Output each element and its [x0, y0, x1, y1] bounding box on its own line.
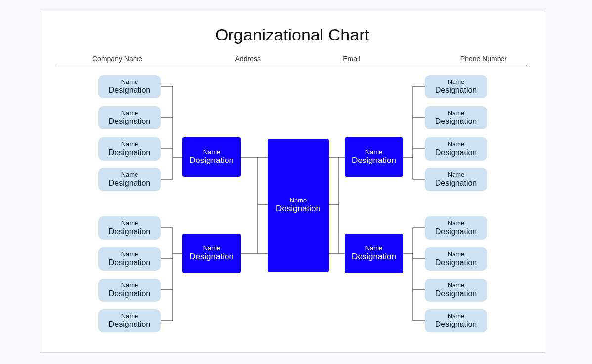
org-node-leaf: Name Designation	[98, 279, 161, 302]
node-name: Name	[448, 251, 465, 258]
org-node-leaf: Name Designation	[425, 168, 487, 191]
node-designation: Designation	[109, 117, 151, 126]
node-name: Name	[203, 245, 221, 252]
node-name: Name	[203, 149, 221, 156]
header-address: Address	[196, 55, 300, 63]
header-company: Company Name	[63, 55, 196, 63]
org-node-leaf: Name Designation	[425, 216, 487, 240]
org-node-branch: Name Designation	[182, 234, 241, 273]
org-node-leaf: Name Designation	[425, 309, 487, 332]
node-name: Name	[365, 149, 383, 156]
org-node-branch: Name Designation	[345, 137, 403, 177]
node-name: Name	[448, 171, 465, 178]
header-divider	[58, 64, 527, 64]
node-designation: Designation	[435, 85, 477, 95]
node-name: Name	[121, 110, 138, 117]
node-designation: Designation	[435, 148, 477, 157]
node-name: Name	[448, 110, 465, 117]
node-designation: Designation	[109, 227, 151, 236]
node-designation: Designation	[435, 320, 477, 329]
node-designation: Designation	[109, 289, 151, 298]
node-designation: Designation	[109, 178, 151, 188]
node-name: Name	[121, 313, 138, 320]
node-designation: Designation	[352, 252, 396, 262]
org-node-leaf: Name Designation	[425, 247, 487, 271]
page: Organizational Chart Company Name Addres…	[0, 0, 592, 364]
node-name: Name	[121, 251, 138, 258]
node-designation: Designation	[276, 204, 320, 214]
org-node-leaf: Name Designation	[98, 106, 161, 129]
node-designation: Designation	[109, 258, 151, 267]
org-node-leaf: Name Designation	[425, 106, 487, 129]
org-node-leaf: Name Designation	[425, 75, 487, 98]
node-name: Name	[365, 245, 383, 252]
org-node-leaf: Name Designation	[98, 309, 161, 332]
node-name: Name	[290, 197, 307, 204]
org-node-root: Name Designation	[268, 139, 329, 272]
org-node-branch: Name Designation	[345, 234, 403, 273]
header-phone: Phone Number	[404, 55, 522, 63]
node-designation: Designation	[189, 252, 234, 262]
org-node-leaf: Name Designation	[98, 216, 161, 240]
node-designation: Designation	[435, 289, 477, 298]
node-designation: Designation	[435, 117, 477, 126]
node-designation: Designation	[189, 156, 234, 165]
node-designation: Designation	[435, 227, 477, 236]
node-name: Name	[448, 141, 465, 148]
node-name: Name	[121, 141, 138, 148]
node-name: Name	[121, 220, 138, 227]
node-name: Name	[121, 79, 138, 85]
node-name: Name	[448, 313, 465, 320]
org-node-leaf: Name Designation	[425, 137, 487, 161]
node-designation: Designation	[109, 320, 151, 329]
header-row: Company Name Address Email Phone Number	[63, 55, 522, 63]
org-node-leaf: Name Designation	[98, 75, 161, 98]
org-node-leaf: Name Designation	[98, 137, 161, 161]
node-designation: Designation	[435, 178, 477, 188]
node-designation: Designation	[352, 156, 396, 165]
node-name: Name	[121, 282, 138, 289]
node-designation: Designation	[109, 85, 151, 95]
header-email: Email	[300, 55, 404, 63]
org-node-leaf: Name Designation	[98, 168, 161, 191]
org-node-leaf: Name Designation	[98, 247, 161, 271]
node-name: Name	[121, 171, 138, 178]
chart-title: Organizational Chart	[40, 25, 545, 44]
node-designation: Designation	[435, 258, 477, 267]
node-name: Name	[448, 282, 465, 289]
org-node-leaf: Name Designation	[425, 279, 487, 302]
node-name: Name	[448, 79, 465, 85]
node-name: Name	[448, 220, 465, 227]
org-node-branch: Name Designation	[182, 137, 241, 177]
sheet: Organizational Chart Company Name Addres…	[40, 11, 545, 353]
node-designation: Designation	[109, 148, 151, 157]
